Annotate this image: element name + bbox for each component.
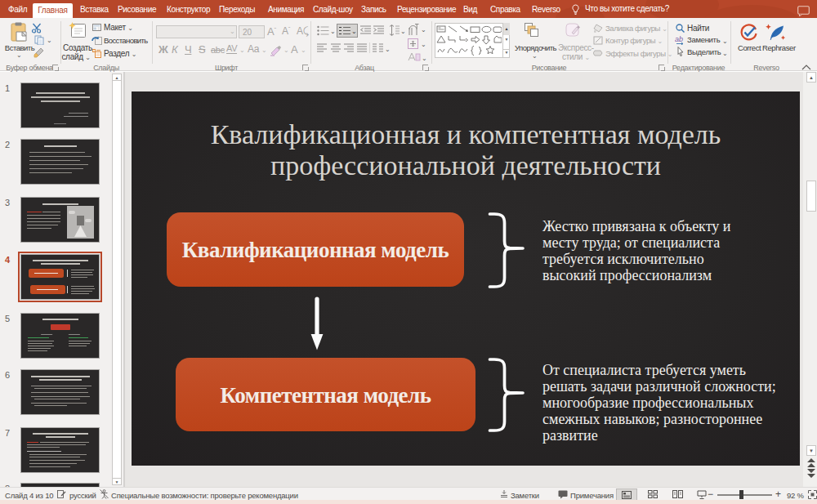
svg-text:ab: ab bbox=[675, 35, 683, 43]
